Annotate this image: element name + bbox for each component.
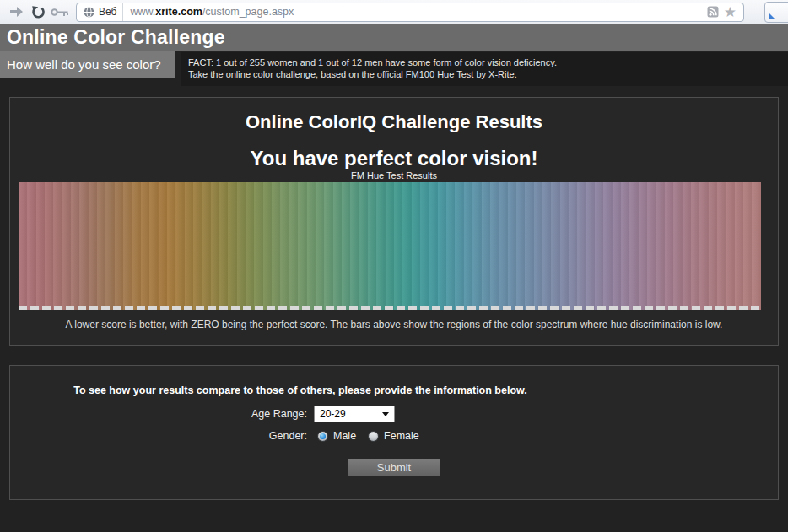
address-bar[interactable]: Веб www.xrite.com/custom_page.aspx ★ [76, 3, 744, 22]
reload-button[interactable] [27, 2, 49, 22]
fact-line-1: FACT: 1 out of 255 women and 1 out of 12… [188, 56, 783, 68]
toolbar-menu-button[interactable] [764, 2, 788, 23]
demographics-form-panel: To see how your results compare to those… [9, 365, 779, 500]
gender-row: Gender: Male Female [10, 430, 591, 442]
tagline-text: How well do you see color? [7, 57, 161, 72]
password-key-button[interactable] [49, 2, 71, 22]
results-subtitle: FM Hue Test Results [10, 170, 778, 180]
browser-window: Веб www.xrite.com/custom_page.aspx ★ Onl… [0, 0, 788, 532]
globe-icon [84, 7, 94, 18]
zero-score-dashed-line [19, 306, 761, 310]
chevron-down-icon [382, 412, 389, 416]
results-verdict: You have perfect color vision! [10, 147, 778, 170]
subheader-row: How well do you see color? FACT: 1 out o… [0, 51, 788, 78]
forward-button[interactable] [5, 2, 27, 22]
results-title: Online ColorIQ Challenge Results [10, 111, 778, 133]
url-www: www. [130, 6, 155, 18]
results-caption: A lower score is better, with ZERO being… [10, 319, 778, 330]
gender-radio-male[interactable] [317, 431, 328, 442]
hue-cap-strips [19, 182, 761, 310]
rss-feed-icon[interactable] [707, 6, 719, 18]
form-intro-text: To see how your results compare to those… [10, 384, 591, 397]
gender-label: Gender: [10, 430, 307, 442]
gender-radio-male-label[interactable]: Male [333, 430, 356, 442]
gender-radio-female-label[interactable]: Female [384, 430, 419, 442]
url-text[interactable]: www.xrite.com/custom_page.aspx [123, 6, 706, 18]
fact-box: FACT: 1 out of 255 women and 1 out of 12… [181, 52, 788, 86]
age-range-selected-value: 20-29 [315, 408, 382, 420]
site-identity-chip[interactable]: Веб [77, 3, 122, 21]
age-range-select[interactable]: 20-29 [314, 406, 395, 422]
page-title: Online Color Challenge [7, 26, 225, 49]
forward-arrow-icon [9, 6, 24, 18]
reload-icon [31, 5, 46, 19]
browser-toolbar: Веб www.xrite.com/custom_page.aspx ★ [0, 0, 788, 24]
results-panel: Online ColorIQ Challenge Results You hav… [9, 97, 779, 346]
submit-button[interactable]: Submit [348, 459, 440, 476]
menu-glyph-icon [769, 13, 775, 19]
fact-line-2: Take the online color challenge, based o… [188, 68, 783, 80]
hue-spectrum-chart [19, 182, 761, 310]
url-path: /custom_page.aspx [202, 6, 294, 18]
age-range-row: Age Range: 20-29 [10, 406, 591, 422]
key-icon [51, 8, 69, 17]
site-label: Веб [99, 6, 116, 18]
tagline-tab: How well do you see color? [0, 51, 175, 78]
bookmark-star-icon[interactable]: ★ [724, 5, 737, 19]
gender-radio-female[interactable] [368, 431, 379, 442]
url-domain: xrite.com [155, 6, 202, 18]
page-header: Online Color Challenge [0, 24, 788, 51]
age-range-label: Age Range: [10, 408, 307, 420]
